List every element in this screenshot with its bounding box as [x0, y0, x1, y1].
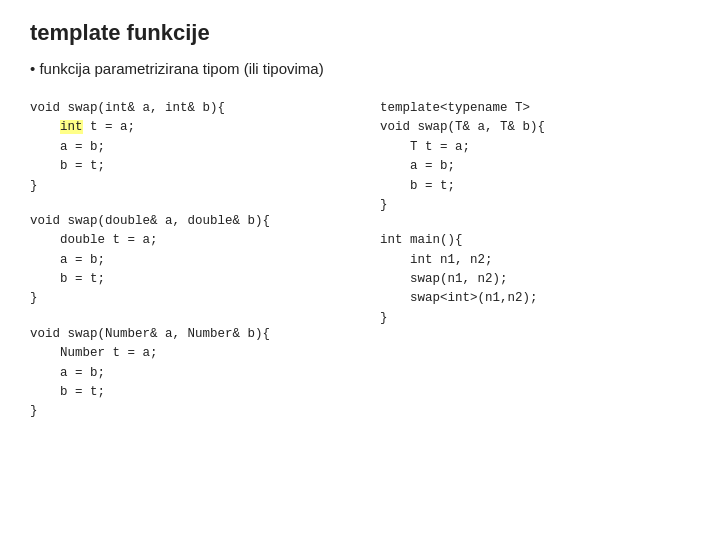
code-block-4: template<typename T> void swap(T& a, T& … — [380, 99, 690, 215]
page: template funkcije • funkcija parametrizi… — [0, 0, 720, 540]
right-column: template<typename T> void swap(T& a, T& … — [380, 99, 690, 438]
content-area: void swap(int& a, int& b){ int t = a; a … — [30, 99, 690, 438]
left-column: void swap(int& a, int& b){ int t = a; a … — [30, 99, 340, 438]
page-title: template funkcije — [30, 20, 690, 46]
page-subtitle: • funkcija parametrizirana tipom (ili ti… — [30, 60, 690, 77]
code-block-2: void swap(double& a, double& b){ double … — [30, 212, 340, 309]
highlight-int: int — [60, 120, 83, 134]
code-block-3: void swap(Number& a, Number& b){ Number … — [30, 325, 340, 422]
code-block-5: int main(){ int n1, n2; swap(n1, n2); sw… — [380, 231, 690, 328]
code-block-1: void swap(int& a, int& b){ int t = a; a … — [30, 99, 340, 196]
